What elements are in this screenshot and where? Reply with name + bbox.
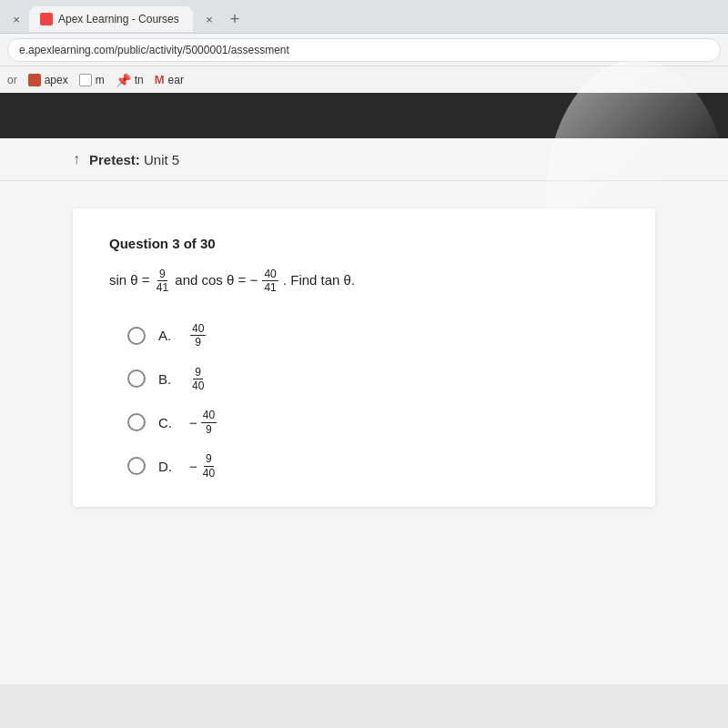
tab-title: Apex Learning - Courses	[58, 13, 179, 25]
pretest-icon: ↑	[73, 151, 80, 167]
tab-bar: × Apex Learning - Courses × +	[0, 0, 728, 33]
option-d-label: D.	[158, 459, 177, 474]
question-container: Question 3 of 30 sin θ = 9 41 and cos θ …	[73, 208, 655, 507]
bookmarks-label: or	[7, 74, 17, 86]
tab-favicon	[40, 13, 53, 25]
bookmark-tn[interactable]: 📌 tn	[116, 73, 144, 87]
tab-close-button-2[interactable]: ×	[197, 6, 222, 32]
question-text: sin θ = 9 41 and cos θ = − 40 41 . Find …	[109, 268, 619, 295]
sin-numerator: 9	[157, 268, 167, 281]
pretest-title: Pretest: Unit 5	[89, 152, 179, 167]
option-d-value: − 9 40	[189, 452, 217, 480]
question-label: Question 3 of 30	[109, 236, 619, 251]
option-b[interactable]: B. 9 40	[127, 366, 619, 393]
radio-d[interactable]	[127, 457, 146, 475]
radio-b[interactable]	[127, 369, 146, 388]
apex-favicon	[28, 74, 41, 86]
fraction-d: 9 40	[201, 452, 217, 480]
m-favicon	[79, 74, 92, 86]
page-content: ↑ Pretest: Unit 5 Question 3 of 30 sin θ…	[0, 138, 728, 684]
url-text: e.apexlearning.com/public/activity/50000…	[19, 44, 289, 56]
option-a-value: 40 9	[189, 322, 207, 349]
option-a-label: A.	[158, 328, 177, 343]
browser-chrome: × Apex Learning - Courses × + e.apexlear…	[0, 0, 728, 93]
radio-a[interactable]	[127, 327, 146, 345]
page-dark-header	[0, 93, 728, 138]
option-b-label: B.	[158, 371, 177, 387]
cos-numerator: 40	[262, 268, 278, 281]
option-c-value: − 40 9	[189, 409, 217, 436]
option-b-value: 9 40	[189, 366, 207, 393]
pretest-header: ↑ Pretest: Unit 5	[0, 138, 728, 181]
option-c[interactable]: C. − 40 9	[127, 409, 619, 436]
fraction-c: 40 9	[201, 409, 217, 436]
bookmark-m-label: m	[96, 74, 105, 86]
option-d[interactable]: D. − 9 40	[127, 452, 619, 480]
gmail-icon: M	[155, 73, 165, 86]
fraction-b: 9 40	[190, 366, 206, 393]
bookmark-tn-label: tn	[135, 74, 144, 86]
address-bar[interactable]: e.apexlearning.com/public/activity/50000…	[7, 38, 721, 62]
bookmark-m[interactable]: m	[79, 74, 105, 86]
option-a[interactable]: A. 40 9	[127, 322, 619, 349]
tab-close-button[interactable]: ×	[4, 6, 29, 32]
bookmarks-bar: or apex m 📌 tn M ear	[0, 66, 728, 93]
bookmark-apex-label: apex	[45, 74, 68, 86]
fraction-a: 40 9	[190, 322, 206, 349]
sin-denominator: 41	[155, 281, 170, 294]
address-bar-row: e.apexlearning.com/public/activity/50000…	[0, 33, 728, 66]
radio-c[interactable]	[127, 413, 146, 431]
sin-fraction: 9 41	[155, 268, 170, 295]
active-tab[interactable]: Apex Learning - Courses	[29, 6, 193, 32]
bookmark-ear-label: ear	[168, 74, 184, 86]
answer-options: A. 40 9 B. 9 40	[127, 322, 619, 480]
cos-denominator: 41	[262, 281, 278, 294]
new-tab-button[interactable]: +	[222, 6, 248, 32]
option-c-label: C.	[158, 415, 177, 430]
cos-fraction: 40 41	[262, 268, 278, 295]
bookmark-apex[interactable]: apex	[28, 74, 68, 86]
bookmark-gmail[interactable]: M ear	[155, 73, 184, 86]
